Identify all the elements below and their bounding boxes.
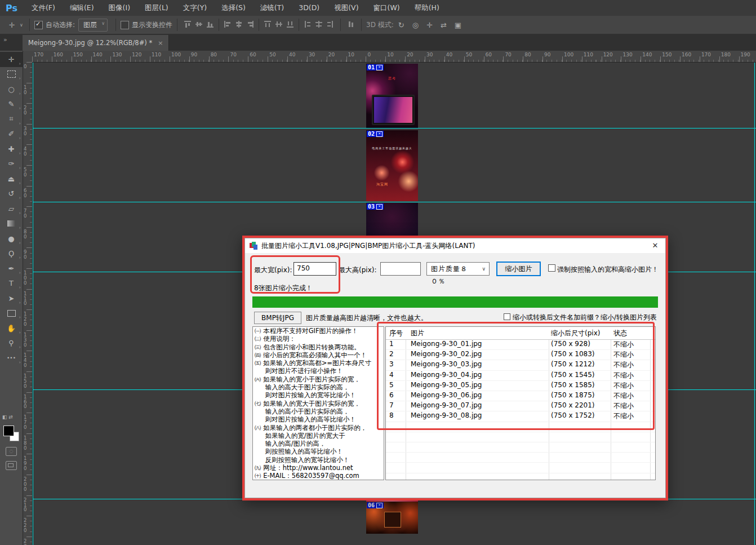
color-swatches[interactable] bbox=[3, 426, 20, 442]
prefix-checkbox[interactable] bbox=[504, 313, 510, 320]
distribute-left-edges-icon[interactable] bbox=[304, 20, 312, 30]
eyedropper-tool[interactable]: ✐ bbox=[0, 127, 23, 142]
move-tool[interactable]: ✛ bbox=[0, 52, 23, 67]
quick-mask-mode-icon[interactable]: ◌ bbox=[6, 447, 17, 456]
document-tab[interactable]: Meigong-9-30.jpg @ 12.2%(RGB/8#) * × bbox=[23, 35, 169, 51]
distribute-top-edges-icon[interactable] bbox=[264, 20, 272, 30]
zoom-tool[interactable]: ⚲ bbox=[0, 336, 23, 351]
menu-item[interactable]: 编辑(E) bbox=[63, 3, 101, 13]
table-header[interactable]: 缩小后尺寸(pix) bbox=[551, 329, 600, 338]
ruler-label: 40 bbox=[446, 52, 452, 57]
resized-size: (750 x 1083) bbox=[551, 350, 595, 358]
menu-item[interactable]: 图层(L) bbox=[137, 3, 176, 13]
guide-horizontal[interactable] bbox=[32, 202, 756, 202]
hand-tool[interactable]: ✋ bbox=[0, 321, 23, 336]
eraser-tool[interactable]: ▱ bbox=[0, 201, 23, 216]
menu-item[interactable]: 文字(Y) bbox=[176, 3, 214, 13]
lasso-tool[interactable]: ○ bbox=[0, 82, 23, 97]
table-row[interactable]: 8Meigong-9-30_08.jpg(750 x 1752)不缩小 bbox=[386, 411, 655, 422]
file-list-table[interactable]: 序号图片缩小后尺寸(pix)状态 1Meigong-9-30_01.jpg(75… bbox=[385, 326, 656, 480]
missing-image-icon: ✕ bbox=[376, 131, 383, 137]
force-resize-label: 强制按照输入的宽和高缩小图片！ bbox=[557, 265, 659, 274]
distribute-vertical-centers-icon[interactable] bbox=[275, 20, 283, 30]
menu-item[interactable]: 帮助(H) bbox=[407, 3, 447, 13]
menu-item[interactable]: 文件(F) bbox=[24, 3, 63, 13]
crop-tool[interactable]: ⌗ bbox=[0, 112, 23, 127]
align-top-edges-icon[interactable] bbox=[184, 20, 192, 30]
spot-healing-brush-tool[interactable]: ✚ bbox=[0, 141, 23, 157]
quick-selection-tool[interactable]: ✎ bbox=[0, 97, 23, 112]
quality-dropdown[interactable]: 图片质量８０％ bbox=[426, 262, 490, 276]
path-selection-tool[interactable]: ➤ bbox=[0, 291, 23, 306]
dialog-title-bar[interactable]: 批量图片缩小工具V1.08,JPG|PNG|BMP图片缩小工具-蓝头网络(LAN… bbox=[245, 238, 665, 253]
table-row[interactable]: 3Meigong-9-30_03.jpg(750 x 1212)不缩小 bbox=[386, 360, 655, 370]
ruler-label: 3 0 bbox=[24, 126, 26, 136]
horizontal-ruler[interactable]: 1701601501401301201101009080706050403020… bbox=[32, 51, 756, 63]
distribute-bottom-edges-icon[interactable] bbox=[286, 20, 294, 30]
align-vertical-centers-icon[interactable] bbox=[195, 20, 203, 30]
3d-camera-icon[interactable]: ▣ bbox=[455, 21, 461, 29]
3d-slide-icon[interactable]: ⇄ bbox=[441, 21, 447, 29]
tool-preset-chevron-icon[interactable]: ∨ bbox=[18, 23, 25, 28]
edit-toolbar-icon[interactable]: ••• bbox=[0, 351, 23, 366]
instructions-panel[interactable]: ㈠ 本程序不支持对GIF图片的操作！㈡ 使用说明：㈢ 包含图片缩小和图片转换两功… bbox=[252, 326, 384, 480]
max-height-input[interactable] bbox=[380, 262, 421, 276]
table-header[interactable]: 图片 bbox=[411, 329, 424, 338]
show-transform-checkbox[interactable] bbox=[121, 21, 129, 29]
align-bottom-edges-icon[interactable] bbox=[206, 20, 214, 30]
3d-pan-icon[interactable]: ✛ bbox=[426, 21, 433, 29]
table-row[interactable]: 1Meigong-9-30_01.jpg(750 x 928)不缩小 bbox=[386, 339, 655, 350]
collapse-panels-chevron-icon[interactable]: » bbox=[3, 36, 7, 43]
table-header[interactable]: 状态 bbox=[613, 329, 627, 338]
resized-size: (750 x 2201) bbox=[551, 401, 595, 409]
distribute-widths-icon[interactable] bbox=[347, 20, 355, 30]
table-row[interactable]: 5Meigong-9-30_05.jpg(750 x 1585)不缩小 bbox=[386, 380, 655, 391]
vertical-ruler[interactable]: 01 02 03 04 05 06 07 08 09 01 0 01 1 01 … bbox=[23, 62, 33, 545]
table-row[interactable]: 2Meigong-9-30_02.jpg(750 x 1083)不缩小 bbox=[386, 349, 655, 360]
menu-item[interactable]: 视图(V) bbox=[327, 3, 366, 13]
foreground-color-swatch[interactable] bbox=[3, 426, 14, 436]
guide-vertical[interactable] bbox=[33, 62, 33, 545]
clone-stamp-tool[interactable]: ⏏ bbox=[0, 171, 23, 187]
distribute-horizontal-centers-icon[interactable] bbox=[315, 20, 323, 30]
align-left-edges-icon[interactable] bbox=[224, 20, 232, 30]
guide-horizontal[interactable] bbox=[32, 128, 756, 129]
rectangle-tool[interactable] bbox=[0, 306, 23, 321]
table-row[interactable]: 6Meigong-9-30_06.jpg(750 x 1875)不缩小 bbox=[386, 391, 655, 401]
tab-close-icon[interactable]: × bbox=[158, 39, 163, 47]
type-tool[interactable]: T bbox=[0, 276, 23, 291]
menu-item[interactable]: 滤镜(T) bbox=[253, 3, 291, 13]
max-width-input[interactable]: 750 bbox=[293, 262, 336, 276]
auto-select-checkbox[interactable] bbox=[34, 21, 43, 29]
align-horizontal-centers-icon[interactable] bbox=[235, 20, 243, 30]
table-header[interactable]: 序号 bbox=[389, 329, 403, 338]
pen-tool[interactable]: ✒ bbox=[0, 261, 23, 276]
ruler-label: 190 bbox=[741, 52, 750, 57]
menu-item[interactable]: 图像(I) bbox=[101, 3, 137, 13]
align-right-edges-icon[interactable] bbox=[246, 20, 254, 30]
menu-item[interactable]: 窗口(W) bbox=[366, 3, 407, 13]
brush-tool[interactable]: ✑ bbox=[0, 157, 23, 172]
3d-roll-icon[interactable]: ◎ bbox=[412, 21, 419, 29]
menu-item[interactable]: 选择(S) bbox=[214, 3, 253, 13]
auto-select-dropdown[interactable]: 图层 bbox=[78, 19, 108, 32]
shrink-images-button[interactable]: 缩小图片 bbox=[496, 262, 541, 276]
guide-vertical[interactable] bbox=[754, 62, 755, 545]
3d-rotate-icon[interactable]: ↻ bbox=[398, 21, 404, 29]
blur-tool[interactable]: ● bbox=[0, 231, 23, 246]
distribute-right-edges-icon[interactable] bbox=[326, 20, 334, 30]
instruction-line: 输入的高小于图片实际的高， bbox=[253, 407, 384, 415]
gradient-tool[interactable] bbox=[0, 216, 23, 232]
menu-item[interactable]: 3D(D) bbox=[291, 3, 327, 13]
bmp-to-jpg-button[interactable]: BMP转JPG bbox=[254, 312, 301, 324]
rectangular-marquee-tool[interactable] bbox=[0, 67, 23, 82]
dodge-tool[interactable]: Ϙ bbox=[0, 246, 23, 262]
table-row[interactable]: 4Meigong-9-30_04.jpg(750 x 1545)不缩小 bbox=[386, 370, 655, 381]
force-resize-checkbox[interactable] bbox=[548, 264, 555, 272]
dialog-close-button[interactable]: ✕ bbox=[648, 240, 662, 251]
history-brush-tool[interactable]: ↺ bbox=[0, 187, 23, 202]
default-swap-colors-icon[interactable]: ◧ ⇄ bbox=[2, 414, 13, 420]
screen-mode-icon[interactable] bbox=[6, 461, 17, 470]
ruler-label: 70 bbox=[230, 52, 237, 57]
table-row[interactable]: 7Meigong-9-30_07.jpg(750 x 2201)不缩小 bbox=[386, 401, 655, 411]
